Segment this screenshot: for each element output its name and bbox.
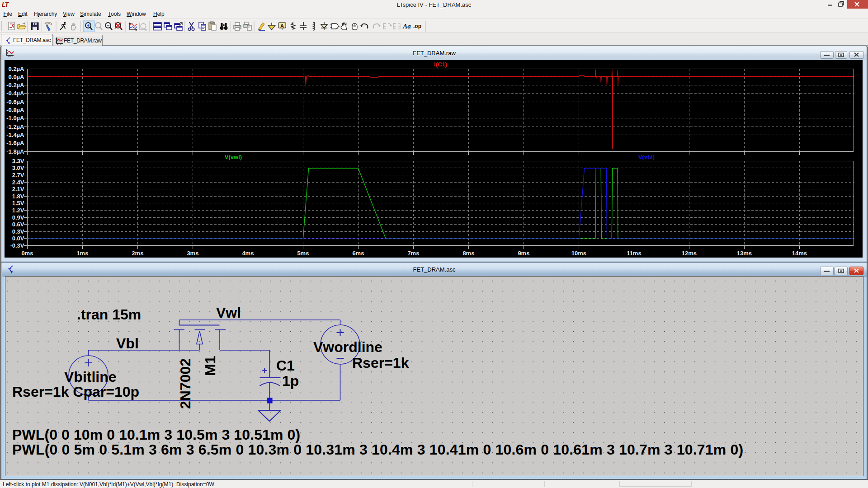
svg-text:Rser=1k Cpar=10p: Rser=1k Cpar=10p <box>12 384 139 400</box>
svg-text:-1.4µA: -1.4µA <box>6 131 24 138</box>
svg-text:.op: .op <box>413 23 421 29</box>
svg-text:9ms: 9ms <box>518 250 529 257</box>
svg-text:3.0V: 3.0V <box>12 164 24 171</box>
svg-text:-1.6µA: -1.6µA <box>6 140 24 146</box>
svg-text:-1.0µA: -1.0µA <box>6 115 24 122</box>
svg-text:5ms: 5ms <box>297 250 309 257</box>
svg-text:11ms: 11ms <box>627 250 642 257</box>
svg-text:Rser=1k: Rser=1k <box>352 355 409 371</box>
svg-text:V(vbl): V(vbl) <box>638 154 655 160</box>
svg-text:2.4V: 2.4V <box>12 179 24 186</box>
svg-text:14ms: 14ms <box>792 250 807 257</box>
svg-text:13ms: 13ms <box>737 250 752 257</box>
svg-text:0.0µA: 0.0µA <box>9 74 25 80</box>
svg-text:0.0V: 0.0V <box>12 235 24 242</box>
svg-text:1.2V: 1.2V <box>12 207 24 214</box>
svg-text:1ms: 1ms <box>76 250 88 257</box>
svg-text:V(vwl): V(vwl) <box>225 154 242 160</box>
svg-text:1.8V: 1.8V <box>12 193 24 200</box>
svg-text:2N7002: 2N7002 <box>177 358 193 409</box>
svg-text:7ms: 7ms <box>407 250 419 257</box>
svg-text:0.3V: 0.3V <box>12 228 24 235</box>
svg-text:0.2µA: 0.2µA <box>9 66 25 72</box>
svg-text:3.3V: 3.3V <box>12 158 24 164</box>
svg-text:A: A <box>280 23 284 28</box>
svg-text:-1.8µA: -1.8µA <box>6 148 24 155</box>
svg-text:2.7V: 2.7V <box>12 172 24 178</box>
svg-text:-0.2µA: -0.2µA <box>6 82 24 89</box>
svg-text:6ms: 6ms <box>352 250 364 257</box>
svg-text:12ms: 12ms <box>682 250 697 257</box>
svg-text:4ms: 4ms <box>242 250 254 257</box>
svg-text:Vwl: Vwl <box>216 305 241 321</box>
svg-text:-0.4µA: -0.4µA <box>6 90 24 97</box>
svg-text:Vbl: Vbl <box>116 335 139 352</box>
svg-text:1.5V: 1.5V <box>12 200 24 206</box>
svg-text:3ms: 3ms <box>187 250 198 257</box>
svg-text:10ms: 10ms <box>571 250 586 257</box>
svg-text:C1: C1 <box>276 357 295 374</box>
svg-text:-0.8µA: -0.8µA <box>6 107 24 113</box>
svg-text:-0.3V: -0.3V <box>10 242 24 249</box>
svg-text:-1.2µA: -1.2µA <box>6 123 24 130</box>
svg-text:Vbitline: Vbitline <box>64 369 117 385</box>
svg-text:I(C1): I(C1) <box>434 61 447 68</box>
svg-text:M1: M1 <box>202 356 218 376</box>
svg-text:PWL(0 0 5m 0 5.1m 3 6m 3 6.5m: PWL(0 0 5m 0 5.1m 3 6m 3 6.5m 0 10.3m 0 … <box>12 441 743 458</box>
svg-text:2.1V: 2.1V <box>12 186 24 192</box>
svg-text:0.9V: 0.9V <box>12 214 24 221</box>
svg-text:0ms: 0ms <box>21 250 33 257</box>
svg-text:8ms: 8ms <box>462 250 474 257</box>
svg-text:Vwordline: Vwordline <box>313 339 382 355</box>
svg-text:1p: 1p <box>282 373 299 389</box>
svg-text:Aa: Aa <box>402 23 411 30</box>
svg-text:PWL(0 0 10m 0 10.1m 3 10.5m 3: PWL(0 0 10m 0 10.1m 3 10.5m 3 10.51m 0) <box>12 427 300 443</box>
svg-text:2ms: 2ms <box>132 250 143 257</box>
svg-text:0.6V: 0.6V <box>12 221 24 228</box>
svg-text:.tran 15m: .tran 15m <box>77 306 141 323</box>
svg-text:-0.6µA: -0.6µA <box>6 99 24 105</box>
